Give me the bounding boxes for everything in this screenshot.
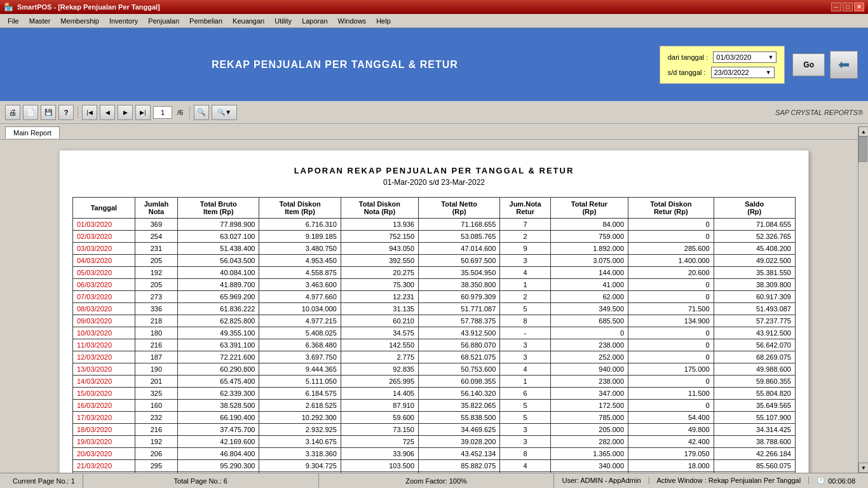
help-button[interactable]: ? bbox=[58, 105, 74, 120]
report-paper: LAPORAN REKAP PENJUALAN PER TANGGAL & RE… bbox=[59, 150, 809, 473]
last-page-button[interactable]: ▶| bbox=[135, 105, 151, 120]
menu-pembelian[interactable]: Pembelian bbox=[184, 16, 227, 26]
toolbar: 🖨 📄 💾 ? |◀ ◀ ▶ ▶| /6 🔍 🔍▼ SAP CRYSTAL RE… bbox=[0, 101, 868, 124]
separator-1 bbox=[78, 106, 78, 119]
table-row: 03/03/202023151.438.4003.480.750943.0504… bbox=[73, 243, 796, 255]
window-title: SmartPOS - [Rekap Penjualan Per Tanggal] bbox=[17, 3, 160, 11]
time-status: 🕐 00:06:08 bbox=[809, 477, 863, 485]
report-subtitle: 01-Mar-2020 s/d 23-Mar-2022 bbox=[72, 178, 796, 187]
scroll-down-button[interactable]: ▼ bbox=[858, 463, 868, 473]
col-jum-nota-retur: Jum.NotaRetur bbox=[500, 198, 550, 219]
table-row: 06/03/202020541.889.7003.463.60075.30038… bbox=[73, 279, 796, 291]
separator-2 bbox=[189, 106, 190, 119]
export-icon: 📄 bbox=[27, 109, 34, 116]
col-tanggal: Tanggal bbox=[73, 198, 135, 219]
table-row: 18/03/202021637.475.7002.932.92573.15034… bbox=[73, 424, 796, 436]
scroll-thumb[interactable] bbox=[858, 139, 867, 162]
vertical-scrollbar[interactable]: ▲ ▼ bbox=[858, 139, 868, 473]
search-button[interactable]: 🔍 bbox=[194, 105, 209, 120]
table-row: 12/03/202018772.221.6003.697.7502.77568.… bbox=[73, 351, 796, 363]
export-button[interactable]: 📄 bbox=[23, 105, 38, 120]
back-arrow-icon: ⬅ bbox=[838, 57, 850, 73]
table-row: 09/03/202021862.825.8004.977.21560.21057… bbox=[73, 315, 796, 327]
date-to-label: s/d tanggal : bbox=[668, 69, 706, 76]
zoom-status: Zoom Factor: 100% bbox=[319, 473, 555, 488]
col-total-diskon-nota: Total DiskonNota (Rp) bbox=[341, 198, 418, 219]
close-button[interactable]: ✕ bbox=[854, 3, 864, 11]
go-button[interactable]: Go bbox=[792, 53, 825, 76]
maximize-button[interactable]: □ bbox=[843, 3, 853, 11]
report-area: LAPORAN REKAP PENJUALAN PER TANGGAL & RE… bbox=[0, 139, 868, 473]
prev-page-button[interactable]: ◀ bbox=[100, 105, 115, 120]
report-main-title: LAPORAN REKAP PENJUALAN PER TANGGAL & RE… bbox=[72, 166, 796, 175]
menu-windows[interactable]: Windows bbox=[333, 16, 372, 26]
report-title-box: REKAP PENJUALAN PER TANGGAL & RETUR bbox=[10, 59, 660, 71]
date-to-input[interactable]: 23/03/2022 ▼ bbox=[711, 67, 775, 78]
col-jumlah-nota: JumlahNota bbox=[135, 198, 177, 219]
tab-bar: Main Report bbox=[0, 124, 868, 139]
menu-keuangan[interactable]: Keuangan bbox=[227, 16, 269, 26]
page-number-input[interactable] bbox=[153, 106, 172, 119]
table-row: 05/03/202019240.084.1004.558.87520.27535… bbox=[73, 267, 796, 279]
date-from-label: dari tanggal : bbox=[668, 53, 709, 61]
table-row: 16/03/202016038.528.5002.618.52587.91035… bbox=[73, 400, 796, 412]
menu-file[interactable]: File bbox=[3, 16, 24, 26]
table-row: 07/03/202027365.969.2004.977.66012.23160… bbox=[73, 291, 796, 303]
first-page-button[interactable]: |◀ bbox=[82, 105, 97, 120]
table-row: 15/03/202032562.339.3006.184.57514.40556… bbox=[73, 388, 796, 400]
status-bar: Current Page No.: 1 Total Page No.: 6 Zo… bbox=[0, 473, 868, 488]
print-icon: 🖨 bbox=[9, 108, 17, 117]
clock-icon: 🕐 bbox=[817, 477, 825, 485]
back-button[interactable]: ⬅ bbox=[830, 51, 858, 79]
date-filter-box: dari tanggal : 01/03/2020 ▼ s/d tanggal … bbox=[660, 46, 785, 84]
col-total-bruto: Total BrutoItem (Rp) bbox=[178, 198, 259, 219]
report-title: REKAP PENJUALAN PER TANGGAL & RETUR bbox=[212, 59, 458, 71]
total-page-status: Total Page No.: 6 bbox=[83, 473, 319, 488]
table-row: 19/03/202019242.169.6003.140.67572539.02… bbox=[73, 436, 796, 448]
next-page-button[interactable]: ▶ bbox=[118, 105, 133, 120]
user-status: User: ADMIN - AppAdmin bbox=[554, 477, 649, 484]
next-page-icon: ▶ bbox=[123, 109, 128, 116]
menu-bar: File Master Membership Inventory Penjual… bbox=[0, 14, 868, 28]
minimize-button[interactable]: ─ bbox=[831, 3, 841, 11]
table-row: 10/03/202018049.355.1005.408.02534.57543… bbox=[73, 327, 796, 339]
total-pages: /6 bbox=[177, 109, 183, 116]
table-row: 20/03/202020646.804.4003.318.36033.90643… bbox=[73, 448, 796, 460]
table-row: 11/03/202021663.391.1006.368.480142.5505… bbox=[73, 339, 796, 351]
dropdown-arrow-icon[interactable]: ▼ bbox=[768, 54, 773, 60]
menu-laporan[interactable]: Laporan bbox=[297, 16, 332, 26]
date-from-input[interactable]: 01/03/2020 ▼ bbox=[713, 51, 776, 63]
date-from-row: dari tanggal : 01/03/2020 ▼ bbox=[668, 51, 777, 63]
table-row: 21/03/202029595.290.3009.304.725103.5008… bbox=[73, 460, 796, 472]
col-total-diskon-item: Total DiskonItem (Rp) bbox=[259, 198, 341, 219]
table-row: 13/03/202019060.290.8009.444.36592.83550… bbox=[73, 363, 796, 376]
zoom-icon: 🔍▼ bbox=[217, 109, 231, 116]
table-row: 04/03/202020556.043.5004.953.450392.5505… bbox=[73, 255, 796, 267]
prev-page-icon: ◀ bbox=[105, 109, 110, 116]
first-page-icon: |◀ bbox=[86, 109, 92, 116]
menu-master[interactable]: Master bbox=[24, 16, 56, 26]
table-row: 08/03/202033661.836.22210.034.00031.1355… bbox=[73, 303, 796, 315]
current-page-status: Current Page No.: 1 bbox=[5, 473, 83, 488]
table-row: 14/03/202020165.475.4005.111.050265.9956… bbox=[73, 376, 796, 388]
menu-penjualan[interactable]: Penjualan bbox=[143, 16, 184, 26]
zoom-button[interactable]: 🔍▼ bbox=[212, 105, 237, 120]
date-to-row: s/d tanggal : 23/03/2022 ▼ bbox=[668, 67, 777, 78]
menu-utility[interactable]: Utility bbox=[269, 16, 297, 26]
status-right: User: ADMIN - AppAdmin Active Window : R… bbox=[554, 477, 863, 485]
table-row: 17/03/202023266.190.40010.292.30059.6005… bbox=[73, 412, 796, 424]
col-saldo: Saldo(Rp) bbox=[714, 198, 795, 219]
report-table: Tanggal JumlahNota Total BrutoItem (Rp) … bbox=[72, 197, 796, 473]
menu-membership[interactable]: Membership bbox=[55, 16, 104, 26]
main-report-tab[interactable]: Main Report bbox=[5, 126, 60, 139]
header-area: REKAP PENJUALAN PER TANGGAL & RETUR dari… bbox=[0, 28, 868, 101]
help-icon: ? bbox=[64, 109, 69, 116]
crystal-reports-label: SAP CRYSTAL REPORTS® bbox=[775, 109, 863, 116]
app-icon: 🏪 bbox=[4, 3, 13, 11]
save-button[interactable]: 💾 bbox=[41, 105, 56, 120]
print-button[interactable]: 🖨 bbox=[5, 105, 20, 120]
dropdown-arrow-icon-2[interactable]: ▼ bbox=[766, 69, 771, 76]
col-total-netto: Total Netto(Rp) bbox=[419, 198, 500, 219]
menu-help[interactable]: Help bbox=[371, 16, 396, 26]
menu-inventory[interactable]: Inventory bbox=[104, 16, 143, 26]
